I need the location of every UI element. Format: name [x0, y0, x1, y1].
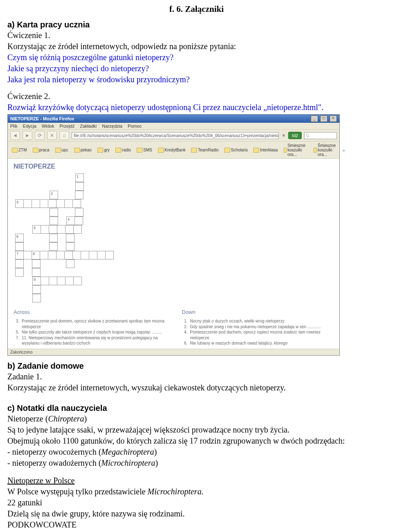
- menu-go[interactable]: Przejdź: [60, 124, 75, 128]
- bookmark[interactable]: KredytBank: [156, 147, 187, 153]
- bookmark[interactable]: pekao: [72, 147, 93, 153]
- stop-button[interactable]: ✕: [47, 131, 57, 140]
- clue-down: 2.Gdy spadnie snieg i nie ma pokarmu nie…: [182, 324, 334, 330]
- exercise-2-label: Ćwiczenie 2.: [7, 91, 386, 101]
- crossword-title: NIETOPERZE: [14, 163, 334, 170]
- browser-content: NIETOPERZE 1 2 3: [8, 159, 339, 349]
- clue-across: 5.Nie tylko pszczoly ale takze nietoperz…: [14, 329, 165, 335]
- menu-tools[interactable]: Narzędzia: [102, 124, 122, 128]
- clue-across: 3.Pomieszczenie pod domem, oprocz sloiko…: [14, 318, 165, 329]
- bookmark[interactable]: Scholaris: [223, 147, 249, 153]
- clue-across: 7.11. Nietoperzowy mechanizm orientowani…: [14, 335, 165, 346]
- across-heading: Across: [14, 309, 165, 315]
- homework-text: Korzystając ze źródeł internetowych, wys…: [7, 383, 386, 393]
- notes-line: Obejmują około 1100 gatunków, do których…: [7, 436, 386, 446]
- bookmark[interactable]: gry: [96, 147, 111, 153]
- notes-line: 22 gatunki: [7, 498, 386, 508]
- go-button[interactable]: Idź: [288, 132, 302, 139]
- bookmark[interactable]: praca: [31, 147, 51, 153]
- notes-line: - nietoperzy owocożernych (Megachiropter…: [7, 447, 386, 457]
- page-title: f. 6. Załączniki: [7, 4, 386, 14]
- exercise-1-label: Ćwiczenie 1.: [7, 30, 386, 41]
- minimize-button[interactable]: _: [311, 115, 318, 122]
- bookmark[interactable]: Śmieszne koszulki ora...: [312, 143, 340, 157]
- notes-line: Są to jedyne latające ssaki, w przeważaj…: [7, 425, 386, 435]
- bookmark[interactable]: ZTM: [10, 147, 29, 153]
- question-3: Jaka jest rola nietoperzy w środowisku p…: [7, 74, 386, 85]
- browser-window: NIETOPERZE - Mozilla Firefox _ □ × Plik …: [7, 114, 340, 356]
- notes-line: PODKOWCOWATE: [7, 520, 386, 530]
- close-button[interactable]: ×: [330, 115, 337, 122]
- notes-line: W Polsce występują tylko przedstawiciele…: [7, 487, 386, 497]
- section-c-heading: c) Notatki dla nauczyciela: [7, 404, 386, 413]
- menu-view[interactable]: Widok: [42, 124, 54, 128]
- section-b-heading: b) Zadanie domowe: [7, 361, 386, 371]
- section-a-heading: a) Karta pracy ucznia: [7, 20, 386, 29]
- bookmarks-overflow[interactable]: »: [342, 148, 345, 153]
- bookmark[interactable]: radio: [114, 147, 133, 153]
- window-controls: _ □ ×: [310, 115, 337, 122]
- home-button[interactable]: ⌂: [59, 131, 69, 140]
- bookmark[interactable]: upc: [54, 147, 70, 153]
- clue-down: 4.Pomieszczenie pod dachem, oprocz rupie…: [182, 329, 334, 340]
- reload-button[interactable]: ⟳: [35, 131, 45, 140]
- menu-file[interactable]: Plik: [10, 124, 18, 128]
- homework-label: Zadanie 1.: [7, 372, 386, 382]
- notes-subheading: Nietoperze w Polsce: [7, 476, 386, 486]
- exercise-1-intro: Korzystając ze źródeł internetowych, odp…: [7, 41, 386, 52]
- browser-statusbar: Zakończono: [8, 349, 339, 355]
- url-bar[interactable]: file:///E:/scholaris/scenariusze%20do%20…: [72, 132, 279, 139]
- bookmark[interactable]: Interklasa: [252, 147, 279, 153]
- browser-menubar: Plik Edycja Widok Przejdź Zakładki Narzę…: [8, 123, 339, 130]
- notes-line: Dzielą się na dwie grupy, które nazywa s…: [7, 509, 386, 519]
- question-2: Jakie są przyczyny niechęci do nietoperz…: [7, 63, 386, 74]
- browser-titlebar: NIETOPERZE - Mozilla Firefox _ □ ×: [8, 115, 339, 123]
- bookmark[interactable]: Smieszne koszulki ora...: [282, 143, 310, 157]
- down-heading: Down: [182, 309, 334, 315]
- clue-down: 6.Nie lubiany w naszych domach owad lata…: [182, 340, 334, 346]
- bookmark[interactable]: SMS: [135, 147, 154, 153]
- clue-columns: Across 3.Pomieszczenie pod domem, oprocz…: [14, 309, 334, 346]
- clue-down: 1.Nocny ptak o duzych oczach, wielki wro…: [182, 318, 334, 324]
- bookmarks-bar: ZTM praca upc pekao gry radio SMS Kredyt…: [8, 142, 339, 159]
- menu-bookmarks[interactable]: Zakładki: [80, 124, 97, 128]
- browser-window-title: NIETOPERZE - Mozilla Firefox: [10, 116, 74, 121]
- forward-button[interactable]: ►: [23, 131, 32, 140]
- browser-navbar: ◄ ► ⟳ ✕ ⌂ file:///E:/scholaris/scenarius…: [8, 130, 339, 142]
- notes-line: Nietoperze (Chiroptera): [7, 414, 386, 424]
- bookmark[interactable]: TeamRadio: [190, 147, 220, 153]
- exercise-2-text: Rozwiąż krzyżówkę dotyczącą nietoperzy u…: [7, 102, 386, 113]
- search-box[interactable]: G: [304, 132, 337, 139]
- crossword-grid[interactable]: 1 2 3: [15, 174, 334, 302]
- notes-line: - nietoperzy owadożernych (Microchiropte…: [7, 458, 386, 468]
- maximize-button[interactable]: □: [320, 115, 328, 122]
- menu-edit[interactable]: Edycja: [23, 124, 36, 128]
- back-button[interactable]: ◄: [10, 131, 20, 140]
- menu-help[interactable]: Pomoc: [128, 124, 142, 128]
- question-1: Czym się różnią poszczególne gatunki nie…: [7, 52, 386, 63]
